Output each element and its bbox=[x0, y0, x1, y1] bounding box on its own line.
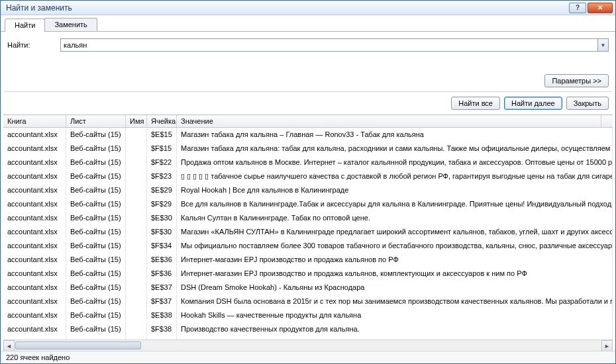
cell-cell: $F$37 bbox=[147, 295, 177, 308]
window-title: Найти и заменить bbox=[6, 3, 568, 13]
col-header-sheet[interactable]: Лист bbox=[66, 115, 126, 127]
cell-value: Магазин табака для кальяна – Главная — R… bbox=[177, 128, 613, 141]
cell-book: accountant.xlsx bbox=[3, 197, 66, 210]
cell-value: ▯ ▯ ▯ ▯ ▯ табачное сырье наилучшего каче… bbox=[177, 169, 613, 183]
table-row[interactable]: accountant.xlsxВеб-сайты (15)$E$36Интерн… bbox=[3, 253, 613, 267]
titlebar[interactable]: Найти и заменить ? ✕ bbox=[1, 1, 615, 15]
cell-name bbox=[126, 308, 147, 322]
search-row: Найти: ▼ bbox=[1, 32, 615, 54]
cell-book: accountant.xlsx bbox=[3, 211, 66, 224]
table-row[interactable]: accountant.xlsxВеб-сайты (15)$F$29Все дл… bbox=[3, 197, 613, 211]
col-header-name[interactable]: Имя bbox=[126, 115, 147, 127]
cell-value: Интернет-магазин EPJ производство и прод… bbox=[177, 267, 613, 280]
col-header-value[interactable]: Значение bbox=[177, 115, 601, 127]
cell-sheet: Веб-сайты (15) bbox=[66, 211, 126, 224]
cell-sheet: Веб-сайты (15) bbox=[66, 281, 126, 294]
table-row[interactable]: accountant.xlsxВеб-сайты (15)$E$38Hookah… bbox=[3, 308, 613, 322]
cell-book: accountant.xlsx bbox=[3, 225, 66, 238]
cell-book: accountant.xlsx bbox=[3, 253, 66, 266]
cell-book: accountant.xlsx bbox=[3, 308, 66, 322]
col-header-cell[interactable]: Ячейка bbox=[147, 115, 177, 127]
close-window-button[interactable]: ✕ bbox=[588, 3, 613, 13]
find-next-button[interactable]: Найти далее bbox=[504, 97, 562, 110]
cell-book: accountant.xlsx bbox=[3, 267, 66, 280]
cell-value: Royal Hookah | Все для кальянов в Калини… bbox=[177, 183, 613, 197]
cell-name bbox=[126, 156, 147, 169]
cell-sheet: Веб-сайты (15) bbox=[66, 169, 126, 183]
cell-book: accountant.xlsx bbox=[3, 295, 66, 308]
cell-sheet: Веб-сайты (15) bbox=[66, 295, 126, 308]
cell-value: Продажа оптом кальянов в Москве. Интерне… bbox=[177, 156, 613, 169]
cell-cell: $E$37 bbox=[147, 281, 177, 294]
cell-book: accountant.xlsx bbox=[3, 128, 66, 141]
cell-name bbox=[126, 281, 147, 294]
cell-book: accountant.xlsx bbox=[3, 281, 66, 294]
cell-sheet: Веб-сайты (15) bbox=[66, 322, 126, 336]
table-row[interactable]: accountant.xlsxВеб-сайты (15)$F$37Компан… bbox=[3, 295, 613, 308]
cell-sheet: Веб-сайты (15) bbox=[66, 267, 126, 280]
cell-name bbox=[126, 211, 147, 224]
help-button[interactable]: ? bbox=[569, 3, 586, 13]
table-row[interactable]: accountant.xlsxВеб-сайты (15)$F$22Продаж… bbox=[3, 156, 613, 169]
cell-cell: $E$30 bbox=[147, 211, 177, 224]
cell-name bbox=[126, 197, 147, 210]
cell-book: accountant.xlsx bbox=[3, 169, 66, 183]
cell-sheet: Веб-сайты (15) bbox=[66, 128, 126, 141]
cell-name bbox=[126, 239, 147, 252]
cell-sheet: Веб-сайты (15) bbox=[66, 197, 126, 210]
cell-name bbox=[126, 295, 147, 308]
table-row[interactable]: accountant.xlsxВеб-сайты (15)$E$29Royal … bbox=[3, 183, 613, 197]
h-scrollbar[interactable]: ◄ ► bbox=[3, 340, 613, 351]
params-button[interactable]: Параметры >> bbox=[544, 74, 609, 87]
cell-value: Hookah Skills — качественные продукты дл… bbox=[177, 308, 613, 322]
cell-sheet: Веб-сайты (15) bbox=[66, 142, 126, 155]
cell-value: Кальян Султан в Калининграде. Табак по о… bbox=[177, 211, 613, 224]
close-button[interactable]: Закрыть bbox=[566, 97, 609, 110]
cell-name bbox=[126, 253, 147, 266]
cell-cell: $F$30 bbox=[147, 225, 177, 238]
find-input[interactable] bbox=[61, 39, 597, 51]
cell-cell: $E$29 bbox=[147, 183, 177, 197]
cell-cell: $F$36 bbox=[147, 267, 177, 280]
table-row[interactable]: accountant.xlsxВеб-сайты (15)$E$15Магази… bbox=[3, 128, 613, 142]
find-label: Найти: bbox=[7, 41, 54, 49]
h-scroll-thumb[interactable] bbox=[15, 341, 141, 349]
table-row[interactable]: accountant.xlsxВеб-сайты (15)$E$37DSH (D… bbox=[3, 281, 613, 295]
cell-value: Интернет-магазин EPJ производство и прод… bbox=[177, 253, 613, 266]
cell-sheet: Веб-сайты (15) bbox=[66, 183, 126, 197]
table-row[interactable]: accountant.xlsxВеб-сайты (15)$F$15Магази… bbox=[3, 142, 613, 156]
grid-body[interactable]: accountant.xlsxВеб-сайты (15)$E$15Магази… bbox=[3, 128, 613, 340]
h-scroll-left-arrow[interactable]: ◄ bbox=[3, 340, 15, 351]
table-row[interactable]: accountant.xlsxВеб-сайты (15)$F$38Произв… bbox=[3, 322, 613, 336]
h-scroll-right-arrow[interactable]: ► bbox=[601, 340, 613, 351]
table-row[interactable]: accountant.xlsxВеб-сайты (15)$F$23▯ ▯ ▯ … bbox=[3, 169, 613, 183]
grid-header: Книга Лист Имя Ячейка Значение bbox=[3, 115, 613, 128]
cell-value: DSH (Dream Smoke Hookah) - Кальяны из Кр… bbox=[177, 281, 613, 294]
statusbar: 220 ячеек найдено bbox=[1, 351, 615, 363]
find-all-button[interactable]: Найти все bbox=[451, 97, 500, 110]
cell-name bbox=[126, 322, 147, 336]
table-row[interactable]: accountant.xlsxВеб-сайты (15)$F$34Мы офи… bbox=[3, 239, 613, 253]
table-row[interactable]: accountant.xlsxВеб-сайты (15)$E$30Кальян… bbox=[3, 211, 613, 225]
col-header-book[interactable]: Книга bbox=[3, 115, 66, 127]
cell-name bbox=[126, 267, 147, 280]
cell-name bbox=[126, 128, 147, 141]
tab-find[interactable]: Найти bbox=[5, 19, 45, 32]
cell-cell: $F$15 bbox=[147, 142, 177, 155]
table-row[interactable]: accountant.xlsxВеб-сайты (15)$F$30Магази… bbox=[3, 225, 613, 239]
cell-cell: $E$15 bbox=[147, 128, 177, 141]
cell-cell: $E$36 bbox=[147, 253, 177, 266]
actions-row: Найти все Найти далее Закрыть bbox=[1, 92, 615, 114]
cell-book: accountant.xlsx bbox=[3, 183, 66, 197]
cell-book: accountant.xlsx bbox=[3, 322, 66, 336]
cell-name bbox=[126, 225, 147, 238]
find-input-wrap: ▼ bbox=[60, 38, 609, 52]
results-grid: Книга Лист Имя Ячейка Значение accountan… bbox=[3, 114, 613, 351]
cell-value: Мы официально поставляем более 300 товар… bbox=[177, 239, 613, 252]
cell-sheet: Веб-сайты (15) bbox=[66, 156, 126, 169]
cell-value: Магазин табака для кальяна: табак для ка… bbox=[177, 142, 613, 155]
find-dropdown-arrow[interactable]: ▼ bbox=[597, 39, 608, 51]
table-row[interactable]: accountant.xlsxВеб-сайты (15)$F$36Интерн… bbox=[3, 267, 613, 281]
tab-replace[interactable]: Заменить bbox=[44, 18, 97, 31]
cell-sheet: Веб-сайты (15) bbox=[66, 225, 126, 238]
